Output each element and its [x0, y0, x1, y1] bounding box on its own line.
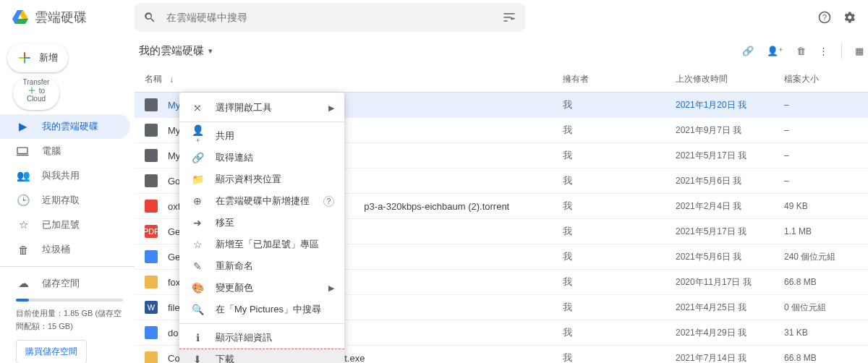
- file-size: –: [784, 150, 868, 161]
- file-owner: 我: [563, 351, 676, 363]
- file-name: My: [168, 150, 180, 161]
- search-bar[interactable]: [135, 3, 525, 32]
- buy-storage-button[interactable]: 購買儲存空間: [16, 340, 87, 363]
- file-modified: 2021年4月29日 我: [676, 327, 784, 339]
- menu-separator: [179, 121, 344, 122]
- header-actions: ?: [817, 10, 856, 25]
- file-size: 1.1 MB: [784, 226, 868, 236]
- search-input[interactable]: [166, 12, 492, 23]
- menu-item[interactable]: ℹ 顯示詳細資訊: [179, 327, 344, 349]
- file-modified: 2021年7月14日 我: [676, 352, 784, 364]
- menu-item-label: 下載: [216, 353, 234, 363]
- star-icon: ☆: [16, 218, 30, 231]
- location-actions: 🔗 👤⁺ 🗑 ⋮ ▦: [742, 43, 864, 59]
- help-icon[interactable]: ?: [817, 10, 832, 25]
- doc-icon: [145, 250, 158, 263]
- menu-item-icon: ✎: [191, 260, 204, 272]
- svg-text:?: ?: [822, 13, 827, 22]
- menu-item[interactable]: ☆ 新增至「已加星號」專區: [179, 234, 344, 255]
- sort-arrow-icon[interactable]: ↓: [169, 74, 174, 85]
- file-owner: 我: [563, 326, 676, 339]
- file-modified: 2021年5月17日 我: [676, 226, 784, 238]
- adduser-icon[interactable]: 👤⁺: [767, 46, 783, 56]
- menu-item[interactable]: 👤⁺ 共用: [179, 125, 344, 147]
- file-size: 66.8 MB: [784, 353, 868, 363]
- col-modified-label[interactable]: 上次修改時間: [676, 73, 784, 85]
- mydrive-icon: ▶: [16, 120, 30, 133]
- menu-item-label: 顯示詳細資訊: [216, 331, 272, 344]
- help-icon[interactable]: ?: [323, 196, 334, 207]
- location-title[interactable]: 我的雲端硬碟 ▾: [139, 44, 213, 58]
- computer-icon: [16, 146, 30, 156]
- file-size: 49 KB: [784, 201, 868, 211]
- sidebar-item-trash[interactable]: 🗑 垃圾桶: [0, 237, 135, 262]
- col-size-label[interactable]: 檔案大小: [784, 73, 868, 85]
- file-size: –: [784, 100, 868, 110]
- storage-block: 目前使用量：1.85 GB (儲存空 間配額：15 GB) 購買儲存空間: [0, 299, 135, 363]
- plus-icon: [17, 51, 32, 65]
- menu-item-label: 顯示資料夾位置: [216, 173, 281, 186]
- file-name: fox: [168, 277, 180, 288]
- col-name-label[interactable]: 名稱: [145, 73, 162, 85]
- sidebar-item-recent[interactable]: 🕒 近期存取: [0, 188, 135, 213]
- file-size: 66.8 MB: [784, 277, 868, 287]
- folder-icon: [145, 98, 158, 111]
- settings-icon[interactable]: [842, 10, 856, 25]
- menu-item[interactable]: ⬇ 下載: [179, 349, 344, 363]
- file-size: 240 個位元組: [784, 251, 868, 263]
- file-owner: 我: [563, 276, 676, 289]
- file-size: 0 個位元組: [784, 302, 868, 314]
- folder-icon: [145, 124, 158, 137]
- more-icon[interactable]: ⋮: [819, 46, 828, 56]
- menu-item[interactable]: ➜ 移至: [179, 212, 344, 234]
- file-modified: 2021年5月6日 我: [676, 175, 784, 187]
- menu-item-label: 新增至「已加星號」專區: [216, 238, 319, 251]
- new-button-label: 新增: [39, 51, 58, 64]
- file-size: 31 KB: [784, 328, 868, 338]
- file-size: –: [784, 176, 868, 186]
- menu-item-icon: ☆: [191, 239, 204, 250]
- menu-item-icon: ⊕: [191, 195, 204, 207]
- menu-item[interactable]: ⊕ 在雲端硬碟中新增捷徑 ?: [179, 190, 344, 212]
- menu-item[interactable]: ✎ 重新命名: [179, 255, 344, 277]
- storage-usage: 目前使用量：1.85 GB (儲存空: [16, 307, 123, 320]
- menu-item-icon: ⬇: [191, 354, 204, 363]
- exe-icon: [145, 276, 158, 289]
- sidebar-item-computers[interactable]: 電腦: [0, 139, 135, 163]
- menu-item[interactable]: ⤧ 選擇開啟工具 ▶: [179, 97, 344, 119]
- sidebar-item-shared[interactable]: 👥 與我共用: [0, 163, 135, 188]
- file-modified: 2021年2月4日 我: [676, 200, 784, 213]
- menu-separator: [179, 323, 344, 324]
- folder-icon: [145, 149, 158, 162]
- sidebar-item-mydrive[interactable]: ▶ 我的雲端硬碟: [0, 114, 130, 139]
- file-name: oxf: [168, 201, 180, 212]
- file-modified: 2020年11月17日 我: [676, 276, 784, 289]
- folder-icon: [145, 174, 158, 187]
- new-button[interactable]: 新增: [7, 43, 68, 72]
- menu-item-label: 在「My Pictures」中搜尋: [216, 303, 321, 316]
- transfer-button[interactable]: Transfer to Cloud: [13, 77, 59, 110]
- menu-item-label: 選擇開啟工具: [216, 101, 272, 114]
- drive-logo[interactable]: 雲端硬碟: [12, 9, 135, 26]
- sidebar-item-starred[interactable]: ☆ 已加星號: [0, 213, 135, 237]
- file-owner: 我: [563, 149, 676, 162]
- file-owner: 我: [563, 174, 676, 187]
- file-modified: 2021年9月7日 我: [676, 124, 784, 137]
- file-name: Ge: [168, 226, 180, 237]
- menu-item[interactable]: 🔗 取得連結: [179, 147, 344, 168]
- menu-item[interactable]: 🎨 變更顏色 ▶: [179, 277, 344, 299]
- word-icon: W: [145, 301, 158, 314]
- menu-item-icon: 🔍: [191, 304, 204, 315]
- menu-item[interactable]: 📁 顯示資料夾位置: [179, 168, 344, 190]
- tune-icon[interactable]: [502, 10, 516, 25]
- file-name: My: [168, 100, 180, 111]
- sidebar-item-storage[interactable]: ☁ 儲存空間: [0, 271, 135, 296]
- file-owner: 我: [563, 200, 676, 213]
- gridview-icon[interactable]: ▦: [855, 46, 864, 56]
- menu-item[interactable]: 🔍 在「My Pictures」中搜尋: [179, 299, 344, 320]
- shared-icon: 👥: [16, 169, 30, 182]
- header: 雲端硬碟 ?: [0, 0, 868, 35]
- col-owner-label[interactable]: 擁有者: [563, 73, 676, 85]
- delete-icon[interactable]: 🗑: [796, 46, 806, 56]
- link-icon[interactable]: 🔗: [742, 46, 754, 56]
